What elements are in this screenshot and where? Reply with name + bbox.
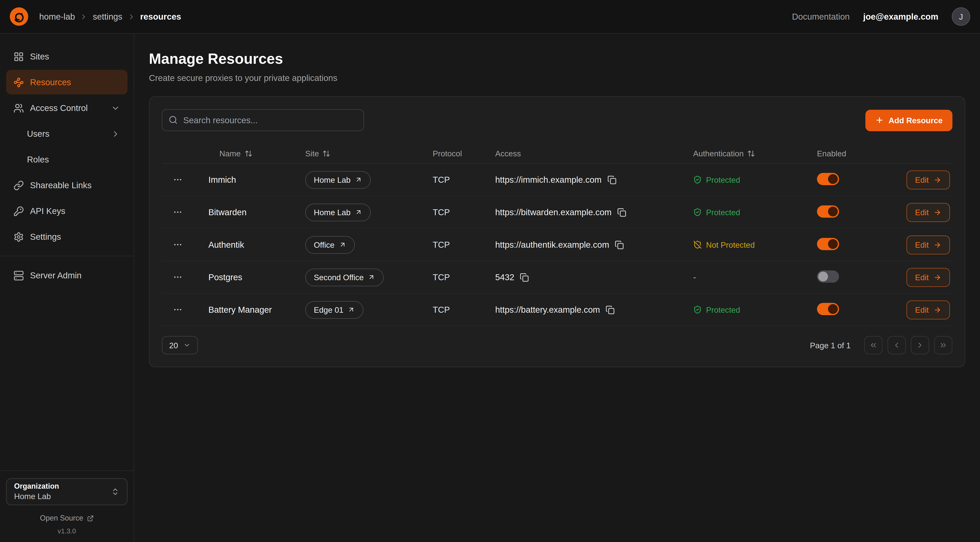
auth-status: Not Protected bbox=[693, 240, 817, 249]
copy-icon[interactable] bbox=[615, 240, 624, 249]
sidebar-item-label: Resources bbox=[30, 77, 71, 87]
edit-button[interactable]: Edit bbox=[907, 170, 950, 189]
site-name: Home Lab bbox=[314, 175, 350, 184]
copy-icon[interactable] bbox=[607, 175, 616, 184]
access-url: https://battery.example.com bbox=[495, 305, 600, 314]
site-link[interactable]: Home Lab bbox=[305, 171, 371, 189]
row-menu-button[interactable] bbox=[162, 272, 183, 282]
users-icon bbox=[13, 103, 24, 113]
add-resource-button[interactable]: Add Resource bbox=[865, 110, 953, 131]
copy-icon[interactable] bbox=[520, 273, 529, 282]
column-label: Access bbox=[495, 149, 521, 158]
avatar[interactable]: J bbox=[952, 7, 970, 26]
app-version: v1.3.0 bbox=[6, 527, 127, 535]
sidebar-item-shareable-links[interactable]: Shareable Links bbox=[6, 173, 127, 198]
enabled-toggle[interactable] bbox=[817, 270, 839, 282]
open-source-label: Open Source bbox=[40, 514, 83, 522]
enabled-toggle[interactable] bbox=[817, 238, 839, 250]
edit-button[interactable]: Edit bbox=[907, 203, 950, 222]
row-menu-button[interactable] bbox=[162, 305, 183, 314]
breadcrumb-org[interactable]: home-lab bbox=[39, 12, 75, 21]
arrow-right-icon bbox=[934, 208, 942, 216]
documentation-link[interactable]: Documentation bbox=[792, 12, 850, 21]
access-url: https://authentik.example.com bbox=[495, 240, 609, 250]
shield-check-icon bbox=[693, 208, 702, 217]
auth-status-label: - bbox=[693, 272, 696, 282]
breadcrumb-settings[interactable]: settings bbox=[93, 12, 123, 21]
sidebar-item-api-keys[interactable]: API Keys bbox=[6, 199, 127, 223]
external-link-icon bbox=[87, 515, 94, 521]
plus-icon bbox=[875, 116, 884, 124]
arrow-up-right-icon bbox=[355, 176, 362, 183]
resource-protocol: TCP bbox=[433, 272, 495, 282]
page-size-select[interactable]: 20 bbox=[162, 336, 198, 354]
auth-status-label: Not Protected bbox=[706, 240, 755, 249]
column-label: Enabled bbox=[817, 149, 846, 158]
resource-protocol: TCP bbox=[433, 305, 495, 314]
row-menu-button[interactable] bbox=[162, 175, 183, 185]
previous-page-button[interactable] bbox=[888, 336, 906, 354]
card-toolbar: Add Resource bbox=[162, 109, 953, 131]
row-menu-button[interactable] bbox=[162, 240, 183, 250]
key-icon bbox=[13, 206, 24, 216]
open-source-link[interactable]: Open Source bbox=[6, 514, 127, 522]
search-input[interactable] bbox=[162, 109, 364, 131]
sidebar-item-users[interactable]: Users bbox=[6, 121, 127, 146]
table-row: Postgres Second Office TCP 5432 - bbox=[162, 261, 953, 294]
chevron-right-icon bbox=[80, 13, 88, 21]
sidebar-item-label: Shareable Links bbox=[30, 180, 92, 190]
column-header-authentication[interactable]: Authentication bbox=[693, 149, 755, 158]
organization-value: Home Lab bbox=[14, 491, 111, 502]
arrow-right-icon bbox=[934, 306, 942, 314]
sidebar-item-server-admin[interactable]: Server Admin bbox=[6, 263, 127, 287]
first-page-button[interactable] bbox=[864, 336, 883, 354]
arrow-up-right-icon bbox=[348, 306, 355, 313]
column-header-site[interactable]: Site bbox=[305, 149, 331, 158]
organization-label: Organization bbox=[14, 482, 111, 491]
enabled-toggle[interactable] bbox=[817, 303, 839, 315]
sidebar-item-roles[interactable]: Roles bbox=[6, 147, 127, 172]
sidebar-divider bbox=[0, 256, 134, 256]
sidebar-item-access-control[interactable]: Access Control bbox=[6, 96, 127, 120]
enabled-toggle[interactable] bbox=[817, 205, 839, 217]
link-icon bbox=[13, 180, 24, 190]
edit-button[interactable]: Edit bbox=[907, 268, 950, 287]
column-header-access: Access bbox=[495, 149, 521, 158]
pagination: 20 Page 1 of 1 bbox=[162, 336, 953, 354]
sidebar-item-settings[interactable]: Settings bbox=[6, 225, 127, 249]
site-name: Office bbox=[314, 240, 334, 249]
sidebar-item-sites[interactable]: Sites bbox=[6, 44, 127, 69]
table-header: Name Site Protocol Access Authentication bbox=[162, 143, 953, 164]
server-icon bbox=[13, 270, 24, 281]
table-row: Bitwarden Home Lab TCP https://bitwarden… bbox=[162, 196, 953, 229]
organization-selector[interactable]: Organization Home Lab bbox=[6, 478, 127, 505]
site-link[interactable]: Office bbox=[305, 236, 355, 253]
sidebar-item-resources[interactable]: Resources bbox=[6, 70, 127, 94]
search-icon bbox=[169, 115, 178, 124]
site-link[interactable]: Edge 01 bbox=[305, 301, 364, 319]
arrow-right-icon bbox=[934, 176, 942, 184]
copy-icon[interactable] bbox=[606, 305, 615, 314]
edit-button[interactable]: Edit bbox=[907, 300, 950, 319]
page-size-value: 20 bbox=[169, 341, 178, 350]
column-label: Site bbox=[305, 149, 319, 158]
site-link[interactable]: Second Office bbox=[305, 268, 384, 286]
next-page-button[interactable] bbox=[911, 336, 929, 354]
edit-button[interactable]: Edit bbox=[907, 235, 950, 254]
app-logo[interactable] bbox=[10, 7, 28, 26]
sidebar-nav: Sites Resources Access Control bbox=[0, 43, 134, 288]
sidebar-item-label: Sites bbox=[30, 51, 49, 61]
enabled-toggle[interactable] bbox=[817, 173, 839, 185]
column-label: Protocol bbox=[433, 149, 462, 158]
row-menu-button[interactable] bbox=[162, 207, 183, 217]
auth-status: Protected bbox=[693, 175, 817, 184]
column-header-name[interactable]: Name bbox=[208, 149, 252, 158]
resource-name: Bitwarden bbox=[208, 207, 305, 217]
sidebar-item-label: Settings bbox=[30, 232, 61, 242]
auth-status-label: Protected bbox=[706, 208, 740, 217]
site-link[interactable]: Home Lab bbox=[305, 203, 371, 221]
table-row: Battery Manager Edge 01 TCP https://batt… bbox=[162, 294, 953, 326]
resource-protocol: TCP bbox=[433, 207, 495, 217]
last-page-button[interactable] bbox=[934, 336, 953, 354]
copy-icon[interactable] bbox=[617, 208, 626, 217]
